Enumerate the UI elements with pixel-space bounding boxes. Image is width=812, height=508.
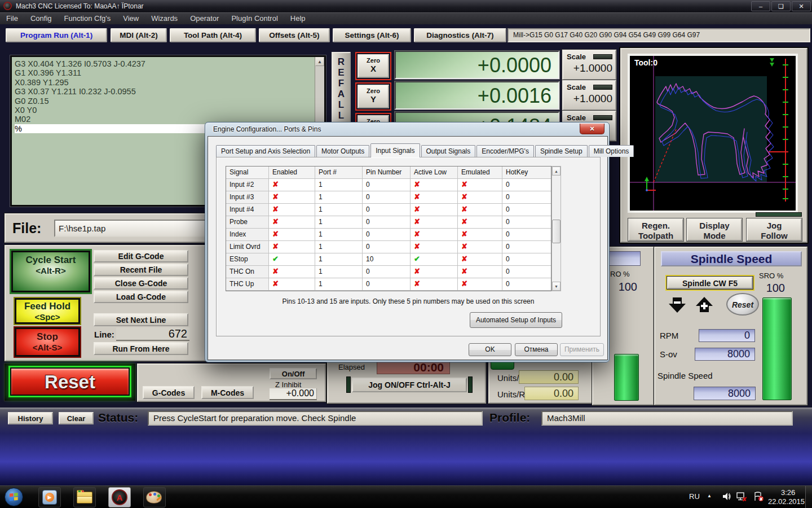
hotkey-cell[interactable]: 0 xyxy=(502,278,551,291)
signal-cell[interactable]: Input #3 xyxy=(226,191,269,204)
spindle-speed-down-icon[interactable] xyxy=(668,296,687,313)
active-low-cell[interactable]: ✘ xyxy=(411,241,458,253)
enabled-cell[interactable]: ✔ xyxy=(269,253,315,266)
line-number-field[interactable]: 672 xyxy=(116,327,189,341)
close-gcode-button[interactable]: Close G-Code xyxy=(94,277,188,290)
emulated-cell[interactable]: ✘ xyxy=(458,216,502,229)
m-codes-button[interactable]: M-Codes xyxy=(201,386,254,399)
gcode-line[interactable]: X0 Y0 xyxy=(15,106,312,115)
signal-cell[interactable]: THC Up xyxy=(226,278,269,291)
stop-button[interactable]: Stop <Alt-S> xyxy=(15,327,80,357)
jog-follow-button[interactable]: Jog Follow xyxy=(747,218,802,241)
signal-cell[interactable]: Limit Ovrd xyxy=(226,241,269,253)
screen-tab-tool-path-alt-4-[interactable]: Tool Path (Alt-4) xyxy=(170,28,256,42)
emulated-cell[interactable]: ✘ xyxy=(458,191,502,204)
g-codes-button[interactable]: G-Codes xyxy=(143,386,195,399)
scale-x-value[interactable]: +1.0000 xyxy=(563,61,615,75)
tray-expand-icon[interactable]: ▲ xyxy=(707,493,712,498)
spindle-reset-button[interactable]: Reset xyxy=(726,293,759,316)
units-rev-readout[interactable]: 0.00 xyxy=(524,387,579,400)
spindle-slider[interactable] xyxy=(762,297,792,400)
scale-y-box[interactable]: Scale +1.0000 xyxy=(562,80,616,111)
gcode-line[interactable]: X0.389 Y1.295 xyxy=(15,78,312,87)
emulated-cell[interactable]: ✘ xyxy=(458,253,502,266)
feed-hold-button[interactable]: Feed Hold <Spc> xyxy=(15,298,80,324)
screen-tab-diagnostics-alt-7-[interactable]: Diagnostics (Alt-7) xyxy=(414,28,506,42)
emulated-cell[interactable]: ✘ xyxy=(458,241,502,253)
dro-x-readout[interactable]: +0.0000 xyxy=(395,51,559,79)
scale-y-value[interactable]: +1.0000 xyxy=(563,91,615,105)
dialog-tab-mill-options[interactable]: Mill Options xyxy=(589,145,634,157)
emulated-cell[interactable]: ✘ xyxy=(458,179,502,191)
signal-cell[interactable]: Input #4 xyxy=(226,204,269,216)
dialog-tab-encoder-mpg-s[interactable]: Encoder/MPG's xyxy=(476,145,534,157)
pins-table-scrollbar[interactable]: ▲ ▼ xyxy=(551,166,561,291)
enabled-cell[interactable]: ✘ xyxy=(269,241,315,253)
hotkey-cell[interactable]: 0 xyxy=(502,229,551,241)
port-cell[interactable]: 1 xyxy=(315,191,363,204)
port-cell[interactable]: 1 xyxy=(315,229,363,241)
port-cell[interactable]: 1 xyxy=(315,253,363,266)
port-cell[interactable]: 1 xyxy=(315,216,363,229)
active-low-cell[interactable]: ✘ xyxy=(411,216,458,229)
scroll-down-icon[interactable]: ▼ xyxy=(552,282,561,291)
signal-cell[interactable]: Probe xyxy=(226,216,269,229)
clock-date[interactable]: 22.02.2015 xyxy=(768,497,805,506)
hotkey-cell[interactable]: 0 xyxy=(502,266,551,278)
z-inhibit-onoff-button[interactable]: On/Off xyxy=(270,368,317,379)
port-cell[interactable]: 1 xyxy=(315,278,363,291)
signal-cell[interactable]: EStop xyxy=(226,253,269,266)
dialog-tab-port-setup-and-axis-selection[interactable]: Port Setup and Axis Selection xyxy=(216,145,315,157)
active-low-cell[interactable]: ✘ xyxy=(411,204,458,216)
screen-tab-settings-alt-6-[interactable]: Settings (Alt-6) xyxy=(333,28,411,42)
taskbar-media-player-button[interactable]: ▶ xyxy=(38,487,61,507)
edit-gcode-button[interactable]: Edit G-Code xyxy=(94,250,188,262)
automated-setup-button[interactable]: Automated Setup of Inputs xyxy=(470,312,562,328)
gcode-line[interactable]: G3 X0.37 Y1.211 I0.232 J-0.0955 xyxy=(15,87,312,96)
scale-x-box[interactable]: Scale +1.0000 xyxy=(562,50,616,80)
menu-item-config[interactable]: Config xyxy=(24,13,58,24)
enabled-cell[interactable]: ✘ xyxy=(269,191,315,204)
cancel-button[interactable]: Отмена xyxy=(515,343,558,356)
close-button[interactable]: ✕ xyxy=(792,1,811,11)
pin-number-cell[interactable]: 0 xyxy=(363,216,411,229)
scroll-thumb[interactable] xyxy=(552,220,561,243)
dialog-close-button[interactable]: ✕ xyxy=(580,124,604,134)
gcode-line[interactable]: G3 X0.404 Y1.326 I0.5703 J-0.4237 xyxy=(15,59,312,68)
emulated-cell[interactable]: ✘ xyxy=(458,266,502,278)
active-low-cell[interactable]: ✔ xyxy=(411,253,458,266)
enabled-cell[interactable]: ✘ xyxy=(269,278,315,291)
taskbar-paint-button[interactable] xyxy=(143,487,166,507)
taskbar-explorer-button[interactable] xyxy=(73,487,96,507)
start-button[interactable] xyxy=(5,488,23,506)
active-low-cell[interactable]: ✘ xyxy=(411,229,458,241)
set-next-line-button[interactable]: Set Next Line xyxy=(94,313,188,326)
emulated-cell[interactable]: ✘ xyxy=(458,229,502,241)
active-low-cell[interactable]: ✘ xyxy=(411,179,458,191)
pin-number-cell[interactable]: 10 xyxy=(363,253,411,266)
menu-item-plugin-control[interactable]: PlugIn Control xyxy=(225,13,284,24)
dialog-tab-input-signals[interactable]: Input Signals xyxy=(370,143,420,157)
enabled-cell[interactable]: ✘ xyxy=(269,204,315,216)
pin-number-cell[interactable]: 0 xyxy=(363,278,411,291)
display-mode-button[interactable]: Display Mode xyxy=(687,218,742,241)
hotkey-cell[interactable]: 0 xyxy=(502,216,551,229)
z-inhibit-value[interactable]: +0.000 xyxy=(270,388,317,400)
network-icon[interactable]: ✘ xyxy=(736,492,748,502)
spindle-cw-button[interactable]: Spindle CW F5 xyxy=(665,275,754,291)
port-cell[interactable]: 1 xyxy=(315,266,363,278)
screen-tab-program-run-alt-1-[interactable]: Program Run (Alt-1) xyxy=(6,28,107,42)
dialog-tab-output-signals[interactable]: Output Signals xyxy=(421,145,476,157)
spindle-speed-readout[interactable]: 8000 xyxy=(694,387,756,400)
hotkey-cell[interactable]: 0 xyxy=(502,191,551,204)
cycle-start-button[interactable]: Cycle Start <Alt-R> xyxy=(11,251,90,292)
pin-number-cell[interactable]: 0 xyxy=(363,179,411,191)
show-desktop-button[interactable] xyxy=(805,486,812,508)
action-center-flag-icon[interactable]: ✘ xyxy=(753,492,765,502)
port-cell[interactable]: 1 xyxy=(315,179,363,191)
screen-tab-offsets-alt-5-[interactable]: Offsets (Alt-5) xyxy=(259,28,330,42)
load-gcode-button[interactable]: Load G-Code xyxy=(94,291,188,303)
hotkey-cell[interactable]: 0 xyxy=(502,204,551,216)
enabled-cell[interactable]: ✘ xyxy=(269,266,315,278)
taskbar-mach3-button[interactable]: A xyxy=(108,487,131,507)
